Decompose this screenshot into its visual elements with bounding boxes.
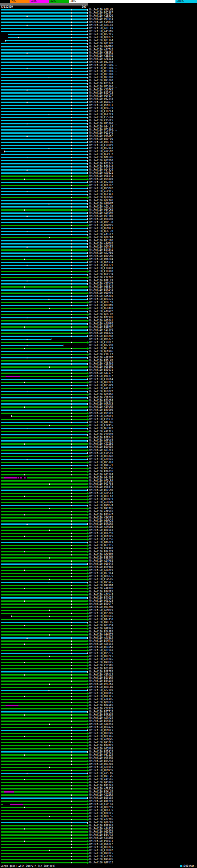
hit-label[interactable]: UniRef100_A9V5M7: [89, 150, 113, 153]
hit-label[interactable]: UniRef100_B9RZL5: [89, 655, 113, 658]
hit-bar[interactable]: [1, 436, 88, 439]
hit-label[interactable]: UniRef100_Q5RFH9: [89, 141, 113, 144]
hit-label[interactable]: UniRef100_B8A0U5: [89, 680, 113, 683]
hit-bar[interactable]: [1, 134, 88, 137]
hit-label[interactable]: UniRef100_B3DLH2: [89, 359, 113, 363]
hit-bar[interactable]: [1, 606, 88, 609]
hit-bar[interactable]: [1, 433, 88, 436]
hit-label[interactable]: UniRef100_C5X9Y5: [89, 707, 113, 710]
hit-bar[interactable]: [1, 369, 88, 372]
hit-bar[interactable]: [1, 67, 88, 70]
hit-bar[interactable]: [1, 575, 88, 578]
hit-bar[interactable]: [1, 18, 88, 21]
hit-bar[interactable]: [1, 763, 88, 766]
hit-label[interactable]: UniRef100_Q6DRD6: [89, 393, 113, 396]
hit-label[interactable]: UniRef100_B8BE55: [89, 815, 113, 818]
hit-label[interactable]: UniRef100_B0BD72: [89, 101, 113, 104]
hit-label[interactable]: UniRef100_UP1000...: [89, 70, 118, 73]
hit-label[interactable]: UniRef100_Q42450: [89, 618, 113, 621]
hit-bar[interactable]: [1, 131, 88, 134]
hit-bar[interactable]: [1, 800, 88, 803]
hit-bar[interactable]: [1, 473, 88, 476]
hit-bar[interactable]: [1, 144, 88, 147]
hit-label[interactable]: UniRef100_B4USW6: [89, 409, 113, 412]
hit-bar[interactable]: [1, 255, 88, 258]
hit-bar[interactable]: [1, 513, 88, 516]
hit-bar[interactable]: [1, 227, 88, 230]
hit-label[interactable]: UniRef100_A9U3L5: [89, 637, 113, 640]
hit-label[interactable]: UniRef100_Q0DJZ5: [89, 831, 113, 834]
hit-label[interactable]: UniRef100_B6SU85: [89, 797, 113, 800]
hit-bar[interactable]: [1, 409, 88, 412]
hit-label[interactable]: UniRef100_B9GN25: [89, 726, 113, 729]
hit-label[interactable]: UniRef100_B9MTX5: [89, 640, 113, 643]
hit-bar[interactable]: [1, 470, 88, 473]
hit-label[interactable]: UniRef100_Q9M5L5: [89, 729, 113, 732]
hit-label[interactable]: UniRef100_B8APX5: [89, 834, 113, 837]
hit-label[interactable]: UniRef100_Q6K8M5: [89, 553, 113, 556]
hit-bar[interactable]: [1, 218, 88, 221]
hit-label[interactable]: UniRef100_Q7DLR9: [89, 479, 113, 483]
hit-label[interactable]: UniRef100_Q9FJM5: [89, 756, 113, 760]
hit-bar[interactable]: [1, 137, 88, 141]
hit-label[interactable]: UniRef100_B5DFD0: [89, 137, 113, 141]
hit-label[interactable]: UniRef100_UP1000...: [89, 76, 118, 79]
hit-bar[interactable]: [1, 82, 88, 85]
hit-bar[interactable]: [1, 550, 88, 553]
hit-bar[interactable]: [1, 698, 88, 701]
hit-bar[interactable]: [1, 88, 88, 91]
hit-bar[interactable]: [1, 288, 88, 291]
hit-label[interactable]: UniRef100_A9NKV1: [89, 415, 113, 418]
hit-label[interactable]: UniRef100_A5C2K5: [89, 855, 113, 858]
hit-label[interactable]: UniRef100_A9P8X6: [89, 587, 113, 590]
hit-bar[interactable]: [1, 326, 88, 329]
hit-bar[interactable]: [1, 476, 88, 479]
hit-label[interactable]: UniRef100_B3H7C5: [89, 744, 113, 747]
hit-label[interactable]: UniRef100_Q9XGZ1: [89, 464, 113, 467]
hit-label[interactable]: UniRef100_A8MRV5: [89, 609, 113, 612]
hit-label[interactable]: UniRef100_B9RKN4: [89, 584, 113, 587]
hit-bar[interactable]: [1, 350, 88, 353]
hit-label[interactable]: UniRef100_Q5M9F1: [89, 227, 113, 230]
hit-label[interactable]: UniRef100_Q5E9A1: [89, 193, 113, 196]
hit-label[interactable]: UniRef100_Q8LAS9: [89, 532, 113, 535]
hit-bar[interactable]: [1, 313, 88, 316]
hit-bar[interactable]: [1, 95, 88, 98]
hit-bar[interactable]: [1, 452, 88, 455]
hit-bar[interactable]: [1, 70, 88, 73]
hit-bar[interactable]: [1, 769, 88, 772]
hit-label[interactable]: UniRef100_A9JRB0: [89, 252, 113, 255]
hit-bar[interactable]: [1, 412, 88, 415]
hit-label[interactable]: UniRef100_C0P9K0: [89, 547, 113, 550]
hit-bar[interactable]: [1, 168, 88, 172]
hit-label[interactable]: UniRef100_Q7ZV90: [89, 344, 113, 347]
hit-bar[interactable]: [1, 181, 88, 184]
hit-bar[interactable]: [1, 837, 88, 840]
hit-label[interactable]: UniRef100_B9T7J5: [89, 710, 113, 713]
hit-bar[interactable]: [1, 230, 88, 233]
hit-bar[interactable]: [1, 58, 88, 61]
hit-bar[interactable]: [1, 784, 88, 787]
hit-label[interactable]: UniRef100_Q6NX96: [89, 350, 113, 353]
hit-bar[interactable]: [1, 212, 88, 215]
hit-label[interactable]: UniRef100_Q6GL28: [89, 230, 113, 233]
hit-label[interactable]: UniRef100_Q8H0Z5: [89, 633, 113, 637]
hit-bar[interactable]: [1, 430, 88, 433]
hit-bar[interactable]: [1, 563, 88, 566]
hit-label[interactable]: UniRef100_B9DEJ5: [89, 750, 113, 753]
hit-label[interactable]: UniRef100_B9HJC5: [89, 720, 113, 723]
hit-bar[interactable]: [1, 424, 88, 427]
hit-label[interactable]: UniRef100_Q00Y27: [89, 36, 113, 39]
hit-bar[interactable]: [1, 33, 88, 36]
hit-bar[interactable]: [1, 258, 88, 261]
hit-bar[interactable]: [1, 538, 88, 541]
hit-bar[interactable]: [1, 347, 88, 350]
hit-label[interactable]: UniRef100_B6U9D5: [89, 445, 113, 448]
hit-label[interactable]: UniRef100_B5DDV7: [89, 390, 113, 393]
hit-bar[interactable]: [1, 402, 88, 405]
hit-label[interactable]: UniRef100_B2KIA2: [89, 184, 113, 187]
hit-label[interactable]: UniRef100_Q42M95: [89, 747, 113, 750]
hit-bar[interactable]: [1, 206, 88, 209]
hit-label[interactable]: UniRef100_P68040: [89, 165, 113, 168]
hit-bar[interactable]: [1, 495, 88, 498]
